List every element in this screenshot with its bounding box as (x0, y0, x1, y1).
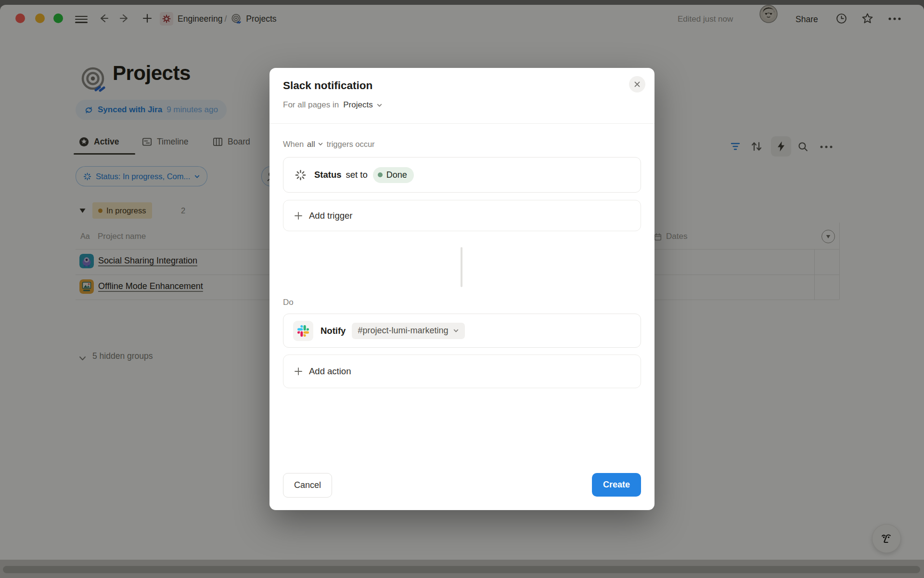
chevron-down-icon (318, 141, 323, 147)
when-prefix: When (283, 140, 304, 149)
trigger-verb: set to (346, 170, 368, 180)
trigger-mode-selector[interactable]: all (307, 140, 323, 149)
slack-icon (293, 321, 313, 341)
add-trigger-label: Add trigger (309, 210, 353, 221)
slack-channel-selector[interactable]: #project-lumi-marketing (352, 323, 465, 339)
chevron-down-icon (376, 102, 383, 108)
trigger-status-value-pill[interactable]: Done (373, 167, 414, 183)
trigger-mode-value: all (307, 140, 315, 149)
add-action-button[interactable]: Add action (283, 355, 641, 388)
cancel-button[interactable]: Cancel (283, 473, 332, 498)
action-card[interactable]: Notify #project-lumi-marketing (283, 314, 641, 348)
plus-icon (294, 367, 303, 376)
close-icon[interactable] (629, 76, 645, 92)
modal-divider (270, 123, 654, 124)
cancel-button-label: Cancel (294, 480, 321, 490)
scope-page-selector[interactable]: Projects (343, 100, 382, 110)
scope-prefix: For all pages in (283, 100, 339, 110)
plus-icon (294, 211, 303, 220)
scope-row: For all pages in Projects (283, 99, 383, 111)
add-action-label: Add action (309, 366, 351, 377)
create-button[interactable]: Create (592, 473, 641, 497)
action-verb: Notify (321, 326, 346, 336)
scope-page-name: Projects (343, 100, 372, 110)
chevron-down-icon (453, 328, 459, 334)
add-trigger-button[interactable]: Add trigger (283, 200, 641, 231)
modal-title: Slack notification (283, 79, 372, 92)
slack-channel-value: #project-lumi-marketing (358, 326, 448, 336)
trigger-status-value: Done (386, 170, 407, 180)
when-row: When all triggers occur (283, 138, 375, 150)
status-dot (378, 172, 383, 177)
do-section-label: Do (283, 298, 294, 307)
when-suffix: triggers occur (327, 140, 375, 149)
create-button-label: Create (603, 480, 630, 490)
trigger-card[interactable]: Status set to Done (283, 157, 641, 193)
trigger-property: Status (314, 170, 342, 180)
status-spinner-icon (294, 169, 307, 182)
slack-notification-modal: Slack notification For all pages in Proj… (270, 68, 654, 510)
flow-connector-line (461, 247, 462, 287)
